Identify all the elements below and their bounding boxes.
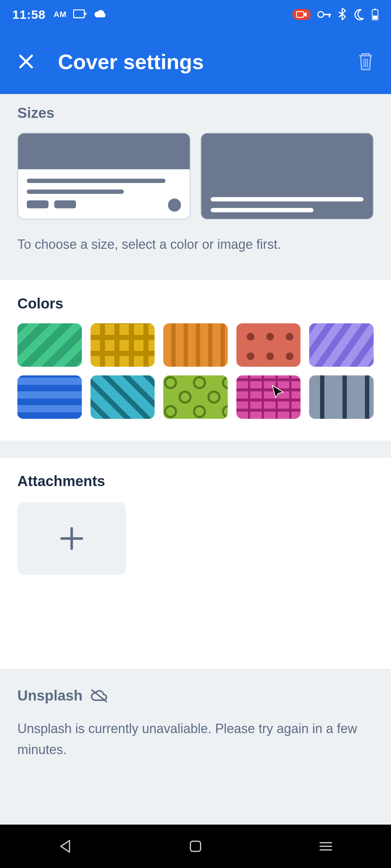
color-swatch-slate[interactable]	[309, 375, 374, 419]
color-swatch-grid	[17, 323, 374, 419]
trash-icon	[357, 52, 374, 71]
delete-button[interactable]	[355, 51, 377, 72]
menu-recents-icon	[319, 841, 333, 852]
sizes-section: Sizes To choose a size, select a color o…	[0, 94, 391, 280]
color-swatch-red[interactable]	[236, 323, 301, 367]
size-half-cover	[18, 133, 190, 169]
svg-point-1	[84, 13, 87, 15]
svg-rect-5	[329, 14, 330, 17]
color-swatch-blue[interactable]	[17, 375, 82, 419]
close-icon	[17, 53, 35, 70]
battery-icon	[371, 8, 379, 21]
square-home-icon	[189, 840, 202, 853]
color-swatch-yellow[interactable]	[91, 323, 155, 367]
cast-icon	[73, 9, 87, 20]
colors-label: Colors	[17, 295, 374, 312]
nav-back-button[interactable]	[54, 835, 76, 857]
sizes-row	[17, 133, 374, 220]
app-bar: Cover settings	[0, 29, 391, 94]
sizes-hint: To choose a size, select a color or imag…	[17, 235, 374, 254]
size-option-half[interactable]	[17, 133, 190, 220]
svg-point-3	[318, 12, 324, 17]
unsplash-message: Unsplash is currently unavaliable. Pleas…	[17, 718, 374, 760]
unsplash-section: Unsplash Unsplash is currently unavaliab…	[0, 669, 391, 774]
system-nav-bar	[0, 825, 391, 868]
plus-icon	[57, 524, 86, 553]
color-swatch-orange[interactable]	[163, 323, 228, 367]
colors-section: Colors	[0, 280, 391, 441]
status-left: 11:58 AM	[12, 8, 108, 22]
svg-rect-9	[190, 841, 201, 851]
color-swatch-teal[interactable]	[91, 375, 155, 419]
color-swatch-lime[interactable]	[163, 375, 228, 419]
unsplash-label: Unsplash	[17, 688, 83, 704]
svg-rect-2	[297, 12, 304, 17]
triangle-back-icon	[59, 839, 72, 854]
color-swatch-pink[interactable]	[236, 375, 301, 419]
nav-home-button[interactable]	[185, 835, 206, 857]
status-ampm: AM	[54, 10, 67, 19]
vpn-key-icon	[317, 10, 332, 19]
bluetooth-icon	[338, 8, 346, 21]
color-swatch-green[interactable]	[17, 323, 82, 367]
color-swatch-purple[interactable]	[309, 323, 374, 367]
svg-rect-8	[373, 16, 377, 19]
nav-recents-button[interactable]	[315, 835, 337, 857]
size-half-body	[18, 169, 190, 219]
sizes-label: Sizes	[17, 105, 374, 121]
attachments-section: Attachments	[0, 458, 391, 669]
svg-rect-0	[73, 10, 84, 18]
unsplash-header: Unsplash	[17, 688, 374, 704]
status-right	[293, 8, 379, 21]
screen-record-icon	[293, 9, 311, 20]
size-option-full[interactable]	[201, 133, 374, 220]
add-attachment-button[interactable]	[17, 502, 126, 575]
page-title: Cover settings	[58, 50, 355, 74]
cloud-off-icon	[90, 689, 109, 703]
dnd-moon-icon	[353, 8, 365, 21]
status-bar: 11:58 AM	[0, 0, 391, 29]
attachments-label: Attachments	[17, 473, 374, 489]
svg-rect-7	[374, 9, 376, 10]
close-button[interactable]	[14, 50, 38, 73]
status-time: 11:58	[12, 8, 46, 22]
cloud-icon	[93, 9, 108, 20]
